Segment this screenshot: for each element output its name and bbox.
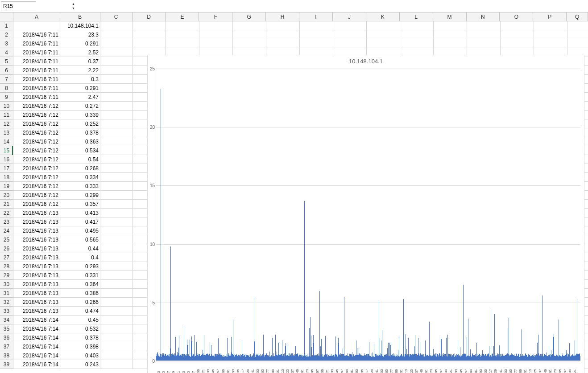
row-header[interactable]: 28 — [0, 262, 13, 271]
cell[interactable] — [567, 30, 588, 39]
cell[interactable]: 0.291 — [60, 39, 100, 48]
cell[interactable]: 2018/4/16 7:14 — [13, 351, 60, 360]
column-header[interactable]: A — [13, 12, 60, 21]
cell[interactable] — [534, 30, 567, 39]
cell[interactable]: 2018/4/16 7:12 — [13, 182, 60, 191]
cell[interactable]: 2018/4/16 7:12 — [13, 111, 60, 119]
column-header[interactable]: B — [60, 12, 100, 21]
cell[interactable] — [567, 21, 588, 30]
cell[interactable] — [166, 39, 199, 48]
cell[interactable]: 0.495 — [60, 226, 100, 235]
cell[interactable] — [434, 21, 467, 30]
cell[interactable]: 0.291 — [60, 84, 100, 93]
cell[interactable]: 0.417 — [60, 217, 100, 226]
row-header[interactable]: 5 — [0, 57, 13, 66]
cell[interactable] — [100, 244, 133, 253]
row-header[interactable]: 38 — [0, 351, 13, 360]
cell[interactable]: 2018/4/16 7:13 — [13, 217, 60, 226]
cell[interactable]: 2018/4/16 7:12 — [13, 173, 60, 182]
cell[interactable]: 0.4 — [60, 253, 100, 262]
cell[interactable] — [300, 21, 333, 30]
row-header[interactable]: 21 — [0, 200, 13, 209]
row-header[interactable]: 22 — [0, 209, 13, 217]
row-header[interactable]: 34 — [0, 316, 13, 324]
row-header[interactable]: 13 — [0, 128, 13, 137]
cell[interactable] — [100, 200, 133, 209]
row-header[interactable]: 3 — [0, 39, 13, 48]
cell[interactable]: 0.339 — [60, 111, 100, 119]
cell[interactable] — [100, 209, 133, 217]
row-header[interactable]: 14 — [0, 137, 13, 146]
cell[interactable]: 2018/4/16 7:11 — [13, 75, 60, 84]
cell[interactable] — [100, 271, 133, 280]
cell[interactable]: 0.3 — [60, 75, 100, 84]
cell[interactable] — [534, 39, 567, 48]
cell[interactable]: 2018/4/16 7:13 — [13, 271, 60, 280]
name-box-input[interactable] — [1, 2, 72, 11]
cell[interactable] — [100, 164, 133, 173]
formula-input[interactable] — [75, 1, 588, 11]
cell[interactable]: 0.403 — [60, 351, 100, 360]
cell[interactable] — [266, 30, 300, 39]
cell[interactable] — [100, 307, 133, 316]
row-header[interactable]: 37 — [0, 342, 13, 351]
row-header[interactable]: 12 — [0, 119, 13, 128]
row-header[interactable]: 7 — [0, 75, 13, 84]
cell[interactable]: 0.44 — [60, 244, 100, 253]
cell[interactable]: 2018/4/16 7:13 — [13, 226, 60, 235]
column-header[interactable]: C — [100, 12, 133, 21]
name-box-stepper[interactable]: ▲ ▼ — [72, 2, 75, 11]
cell[interactable] — [100, 66, 133, 75]
row-header[interactable]: 26 — [0, 244, 13, 253]
column-header[interactable]: F — [199, 12, 232, 21]
cell[interactable]: 2018/4/16 7:11 — [13, 39, 60, 48]
cell[interactable] — [367, 21, 400, 30]
row-header[interactable]: 30 — [0, 280, 13, 289]
cell[interactable]: 0.413 — [60, 209, 100, 217]
row-header[interactable]: 11 — [0, 111, 13, 119]
cell[interactable]: 2018/4/16 7:11 — [13, 57, 60, 66]
cell[interactable] — [266, 39, 300, 48]
cell[interactable] — [100, 298, 133, 307]
stepper-down-icon[interactable]: ▼ — [72, 6, 75, 11]
cell[interactable]: 0.293 — [60, 262, 100, 271]
cell[interactable]: 0.334 — [60, 173, 100, 182]
cell[interactable] — [100, 30, 133, 39]
column-header[interactable]: P — [533, 12, 567, 21]
cell[interactable] — [100, 75, 133, 84]
row-header[interactable]: 15 — [0, 146, 13, 155]
cell[interactable]: 2018/4/16 7:13 — [13, 244, 60, 253]
cell[interactable] — [100, 182, 133, 191]
cell[interactable] — [100, 48, 133, 57]
row-header[interactable]: 19 — [0, 182, 13, 191]
cell[interactable] — [501, 39, 534, 48]
cell[interactable] — [100, 119, 133, 128]
cell[interactable]: 0.378 — [60, 128, 100, 137]
cell[interactable]: 2018/4/16 7:12 — [13, 191, 60, 200]
cell[interactable] — [199, 39, 233, 48]
cell[interactable] — [434, 30, 467, 39]
cell[interactable]: 2018/4/16 7:11 — [13, 66, 60, 75]
cell[interactable] — [100, 128, 133, 137]
cell[interactable] — [367, 39, 400, 48]
cell[interactable]: 0.54 — [60, 155, 100, 164]
row-header[interactable]: 6 — [0, 66, 13, 75]
cell[interactable] — [100, 316, 133, 324]
column-header[interactable]: J — [333, 12, 366, 21]
column-header[interactable]: H — [266, 12, 299, 21]
cell[interactable] — [100, 262, 133, 271]
cell[interactable] — [100, 235, 133, 244]
cell[interactable]: 0.532 — [60, 324, 100, 333]
cell[interactable]: 0.357 — [60, 200, 100, 209]
cell[interactable]: 0.331 — [60, 271, 100, 280]
row-header[interactable]: 29 — [0, 271, 13, 280]
row-header[interactable]: 32 — [0, 298, 13, 307]
cell[interactable]: 2018/4/16 7:12 — [13, 128, 60, 137]
cell[interactable]: 2018/4/16 7:13 — [13, 307, 60, 316]
cell[interactable] — [100, 253, 133, 262]
cell[interactable] — [100, 93, 133, 102]
cell[interactable] — [100, 39, 133, 48]
spreadsheet-grid[interactable]: ABCDEFGHIJKLMNOPQ 1234567891011121314151… — [0, 12, 588, 373]
cell[interactable] — [100, 351, 133, 360]
column-header[interactable]: L — [400, 12, 433, 21]
